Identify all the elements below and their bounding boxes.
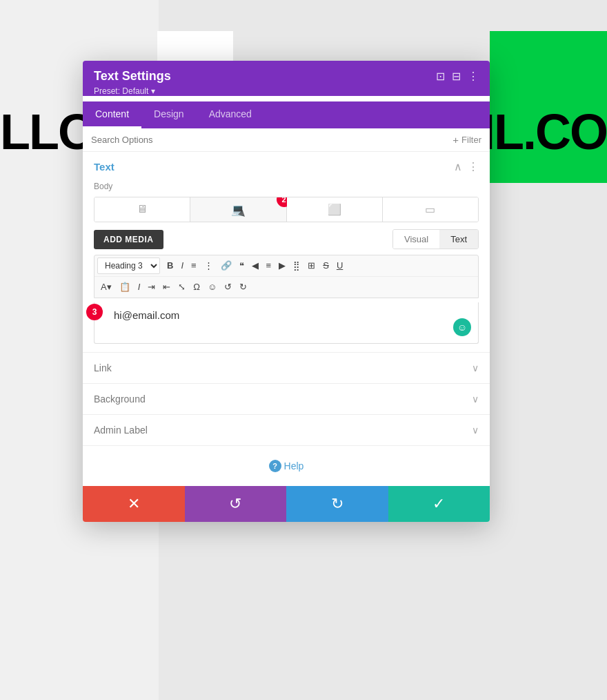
tab-design[interactable]: Design — [141, 101, 197, 128]
preset-selector[interactable]: Preset: Default ▾ — [94, 86, 479, 96]
text-section-header: Text ∧ ⋮ — [83, 152, 490, 182]
help-label: Help — [284, 460, 304, 471]
text-settings-modal: Text Settings ⊡ ⊟ ⋮ Preset: Default ▾ Co… — [83, 61, 490, 522]
background-section-title: Background — [94, 393, 146, 405]
fullscreen-editor-button[interactable]: ⤡ — [175, 279, 189, 295]
body-label: Body — [83, 182, 490, 197]
text-color-button[interactable]: A▾ — [97, 279, 115, 295]
section-more-icon[interactable]: ⋮ — [468, 160, 479, 173]
undo-button[interactable]: ↺ — [185, 486, 287, 522]
redo-button[interactable]: ↻ — [286, 486, 388, 522]
background-collapse-arrow: ∨ — [472, 393, 479, 405]
indent-button[interactable]: ⇥ — [144, 279, 159, 295]
add-media-button[interactable]: ADD MEDIA — [94, 230, 163, 249]
undo-editor-button[interactable]: ↺ — [221, 279, 235, 295]
admin-label-section-header[interactable]: Admin Label ∨ — [83, 415, 490, 445]
editor-toolbar-top: ADD MEDIA Visual Text — [83, 229, 490, 255]
more-options-icon[interactable]: ⋮ — [468, 71, 479, 82]
search-input[interactable] — [91, 135, 452, 145]
help-section: ? Help — [83, 446, 490, 486]
bold-button[interactable]: B — [163, 257, 177, 274]
search-bar: + Filter — [83, 128, 490, 152]
save-button[interactable]: ✓ — [388, 486, 490, 522]
modal-footer: ✕ ↺ ↻ ✓ — [83, 486, 490, 522]
redo-editor-button[interactable]: ↻ — [236, 279, 250, 295]
toolbar-row-2: A▾ 📋 I ⇥ ⇤ ⤡ Ω ☺ ↺ ↻ — [94, 277, 478, 298]
editor-content[interactable]: hi@email.com — [114, 309, 470, 321]
table-button[interactable]: ⊞ — [304, 257, 319, 274]
device-tab-tablet[interactable]: ⬜ — [287, 197, 383, 222]
align-right-button[interactable]: ▶ — [275, 257, 289, 274]
unordered-list-button[interactable]: ≡ — [188, 257, 200, 274]
strikethrough-button[interactable]: S — [319, 257, 332, 274]
heading-select[interactable]: Heading 3 Heading 1 Heading 2 Heading 4 … — [97, 257, 160, 274]
device-tab-laptop[interactable]: 💻 2 — [190, 197, 286, 222]
device-tab-desktop[interactable]: 🖥 — [94, 197, 190, 222]
outdent-button[interactable]: ⇤ — [159, 279, 174, 295]
link-section: Link ∨ — [83, 353, 490, 384]
collapse-section-icon[interactable]: ∧ — [454, 160, 462, 173]
special-char-button[interactable]: Ω — [190, 279, 203, 295]
filter-button[interactable]: + Filter — [452, 134, 481, 146]
link-collapse-arrow: ∨ — [472, 362, 479, 373]
toolbar-row-1: Heading 3 Heading 1 Heading 2 Heading 4 … — [94, 255, 478, 277]
admin-label-section: Admin Label ∨ — [83, 415, 490, 446]
text-section-title: Text — [94, 161, 115, 173]
italic2-button[interactable]: I — [135, 279, 144, 295]
cancel-button[interactable]: ✕ — [83, 486, 185, 522]
columns-icon[interactable]: ⊟ — [452, 71, 461, 82]
italic-button[interactable]: I — [177, 257, 187, 274]
editor-smiley-icon[interactable]: ☺ — [453, 318, 471, 336]
background-section: Background ∨ — [83, 384, 490, 415]
text-editor-area[interactable]: 3 hi@email.com ☺ — [94, 302, 479, 344]
visual-toggle-btn[interactable]: Visual — [393, 230, 439, 249]
modal-tabs: Content Design Advanced — [83, 101, 490, 128]
background-section-header[interactable]: Background ∨ — [83, 384, 490, 414]
visual-text-toggle: Visual Text — [392, 229, 479, 249]
text-toggle-btn[interactable]: Text — [439, 230, 478, 249]
admin-label-collapse-arrow: ∨ — [472, 425, 479, 436]
fullscreen-icon[interactable]: ⊡ — [436, 71, 445, 82]
device-tab-mobile[interactable]: ▭ — [383, 197, 478, 222]
section-actions: ∧ ⋮ — [454, 160, 479, 173]
ordered-list-button[interactable]: ⋮ — [201, 257, 217, 274]
modal-header-icons: ⊡ ⊟ ⋮ — [436, 71, 479, 82]
link-section-title: Link — [94, 362, 112, 373]
help-icon: ? — [269, 460, 281, 472]
modal-header: Text Settings ⊡ ⊟ ⋮ Preset: Default ▾ — [83, 61, 490, 96]
emoji-button[interactable]: ☺ — [204, 279, 220, 295]
modal-title: Text Settings — [94, 69, 171, 84]
link-section-header[interactable]: Link ∨ — [83, 353, 490, 383]
tab-advanced[interactable]: Advanced — [197, 101, 264, 128]
underline-button[interactable]: U — [333, 257, 346, 274]
justify-button[interactable]: ⣿ — [290, 257, 304, 274]
help-link[interactable]: ? Help — [269, 460, 304, 472]
editor-toolbar: Heading 3 Heading 1 Heading 2 Heading 4 … — [94, 255, 479, 298]
paste-button[interactable]: 📋 — [116, 279, 134, 295]
badge-step3: 3 — [86, 304, 103, 320]
text-section: Text ∧ ⋮ Body 🖥 💻 2 ⬜ ▭ ADD MEDIA — [83, 152, 490, 353]
align-left-button[interactable]: ◀ — [248, 257, 262, 274]
tab-content[interactable]: Content — [83, 101, 141, 128]
modal-content: Text ∧ ⋮ Body 🖥 💻 2 ⬜ ▭ ADD MEDIA — [83, 152, 490, 486]
modal-header-top: Text Settings ⊡ ⊟ ⋮ — [94, 69, 479, 84]
admin-label-title: Admin Label — [94, 425, 148, 436]
align-center-button[interactable]: ≡ — [263, 257, 275, 274]
link-button[interactable]: 🔗 — [217, 257, 235, 274]
quote-button[interactable]: ❝ — [236, 257, 248, 274]
device-tabs: 🖥 💻 2 ⬜ ▭ — [94, 197, 479, 222]
